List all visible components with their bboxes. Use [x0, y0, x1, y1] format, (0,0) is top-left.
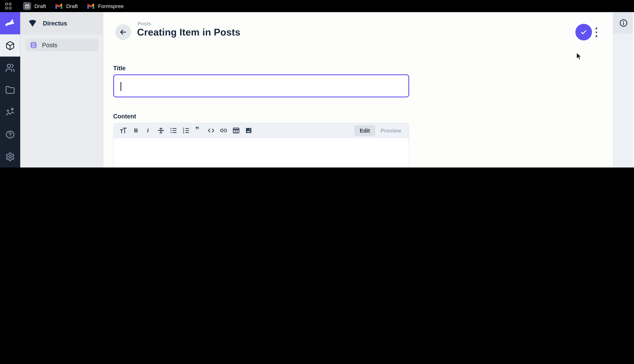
svg-text:31: 31	[26, 6, 28, 8]
text-size-button[interactable]	[117, 125, 129, 136]
module-bar	[0, 12, 20, 168]
users-icon	[5, 63, 15, 72]
sidebar-item-label: Posts	[42, 42, 57, 48]
project-header[interactable]: Directus	[20, 12, 103, 34]
calendar-icon: 31	[23, 2, 31, 10]
info-sidebar-button[interactable]	[613, 12, 634, 34]
black-diamond-icon	[28, 18, 37, 28]
bold-button[interactable]: B	[130, 125, 142, 136]
svg-text:”: ”	[195, 126, 199, 134]
folder-icon	[5, 85, 15, 95]
table-button[interactable]	[230, 125, 242, 136]
gmail-icon	[55, 2, 63, 10]
module-help[interactable]	[0, 123, 20, 146]
module-files[interactable]	[0, 79, 20, 101]
preview-mode-button[interactable]: Preview	[375, 125, 406, 136]
title-field-label: Title	[113, 65, 126, 72]
ordered-list-button[interactable]: 123	[180, 125, 192, 136]
text-caret	[121, 82, 121, 91]
editor-toolbar: B I 123 ” Edit Preview	[114, 123, 409, 138]
gmail-icon	[87, 2, 95, 10]
tab-grid-icon[interactable]	[5, 3, 12, 9]
breadcrumb[interactable]: Posts	[138, 21, 151, 26]
page-title: Creating Item in Posts	[137, 26, 241, 38]
tab-label: Formspree	[98, 3, 124, 9]
module-users[interactable]	[0, 56, 20, 79]
browser-tab-draft-gmail[interactable]: Draft	[55, 2, 78, 10]
screen: 31 Draft Draft Formspree	[0, 0, 634, 168]
bullet-list-button[interactable]	[167, 125, 180, 136]
insights-icon	[5, 107, 15, 117]
markdown-editor: B I 123 ” Edit Preview	[113, 123, 409, 168]
svg-text:B: B	[134, 127, 138, 134]
link-button[interactable]	[217, 125, 230, 136]
collections-sidebar: Directus Posts	[20, 12, 103, 168]
svg-text:3: 3	[183, 131, 184, 134]
code-button[interactable]	[205, 125, 217, 136]
tab-label: Draft	[66, 3, 78, 9]
browser-tab-draft-calendar[interactable]: 31 Draft	[23, 2, 46, 10]
help-icon	[5, 130, 15, 139]
sidebar-item-posts[interactable]: Posts	[26, 39, 99, 51]
edit-mode-button[interactable]: Edit	[354, 125, 375, 136]
box-icon	[5, 40, 15, 50]
module-settings[interactable]	[0, 146, 20, 168]
title-input[interactable]	[113, 74, 409, 98]
project-name: Directus	[43, 20, 67, 27]
right-sidebar	[613, 12, 634, 168]
module-insights[interactable]	[0, 101, 20, 123]
directus-logo[interactable]	[0, 12, 20, 34]
content-field-label: Content	[113, 113, 136, 120]
svg-text:I: I	[147, 127, 149, 134]
more-options-button[interactable]	[593, 24, 599, 40]
blockquote-button[interactable]: ”	[192, 125, 204, 136]
italic-button[interactable]: I	[142, 125, 154, 136]
browser-tab-strip: 31 Draft Draft Formspree	[0, 0, 634, 12]
main-content: Posts Creating Item in Posts Title Conte…	[103, 12, 613, 168]
browser-tab-formspree[interactable]: Formspree	[87, 2, 124, 10]
tab-label: Draft	[35, 3, 46, 9]
rabbit-icon	[4, 17, 16, 29]
image-button[interactable]	[242, 125, 255, 136]
gear-icon	[5, 152, 15, 161]
back-button[interactable]	[115, 24, 131, 40]
save-button[interactable]	[575, 24, 592, 40]
check-icon	[580, 28, 587, 36]
strikethrough-button[interactable]	[154, 125, 167, 136]
module-content[interactable]	[0, 34, 20, 57]
arrow-left-icon	[119, 28, 128, 36]
info-icon	[619, 18, 628, 27]
database-icon	[30, 42, 37, 49]
editor-textarea[interactable]	[114, 138, 409, 168]
